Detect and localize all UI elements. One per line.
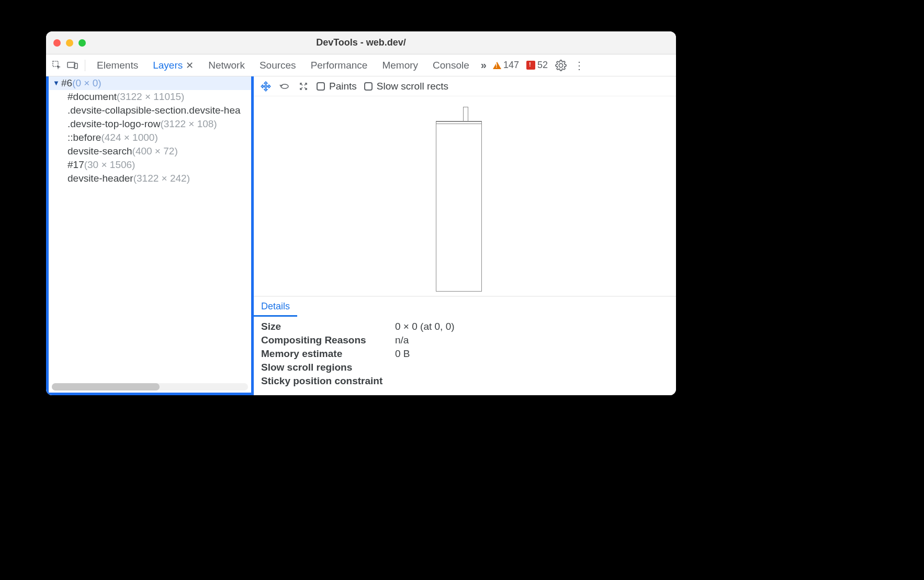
layers-tree[interactable]: ▼ #6 (0 × 0) #document (3122 × 11015) .d…: [49, 76, 251, 383]
tree-row[interactable]: devsite-header (3122 × 242): [49, 172, 251, 185]
tree-item-name: .devsite-collapsible-section.devsite-hea: [67, 104, 241, 117]
layer-rect[interactable]: [436, 121, 482, 124]
tab-memory[interactable]: Memory: [377, 60, 423, 71]
horizontal-scrollbar[interactable]: [52, 383, 248, 391]
layers-viewer-panel: Paints Slow scroll rects Details Size 0 …: [254, 76, 676, 395]
tree-item-name: #17: [67, 158, 84, 172]
rotate-icon[interactable]: [279, 81, 290, 92]
errors-count: 52: [537, 60, 548, 71]
tab-performance[interactable]: Performance: [306, 60, 373, 71]
traffic-lights: [53, 39, 86, 47]
devtools-window: DevTools - web.dev/ Elements Layers ✕ Ne…: [46, 31, 676, 395]
inspect-element-icon[interactable]: [51, 60, 63, 71]
checkbox-icon: [364, 82, 373, 91]
tree-row[interactable]: .devsite-collapsible-section.devsite-hea: [49, 104, 251, 117]
warnings-badge[interactable]: 147: [493, 60, 519, 71]
details-row: Slow scroll regions: [261, 361, 669, 374]
reset-view-icon[interactable]: [298, 81, 309, 92]
devtools-toolbar: Elements Layers ✕ Network Sources Perfor…: [46, 54, 676, 76]
tree-item-name: #6: [61, 76, 72, 90]
details-label: Size: [261, 321, 395, 332]
layers-3d-viewer[interactable]: [254, 96, 676, 296]
slow-scroll-label: Slow scroll rects: [377, 81, 448, 92]
svg-rect-1: [67, 62, 75, 68]
tree-root-row[interactable]: ▼ #6 (0 × 0): [49, 76, 251, 90]
close-window-button[interactable]: [53, 39, 61, 47]
tree-item-name: .devsite-top-logo-row: [67, 117, 160, 131]
minimize-window-button[interactable]: [66, 39, 73, 47]
tree-item-name: devsite-header: [67, 172, 133, 185]
viewer-toolbar: Paints Slow scroll rects: [254, 76, 676, 96]
details-row: Memory estimate 0 B: [261, 347, 669, 361]
details-label: Slow scroll regions: [261, 362, 395, 373]
tree-item-name: #document: [67, 90, 117, 104]
tree-item-dims: (0 × 0): [72, 76, 101, 90]
details-panel: Details Size 0 × 0 (at 0, 0) Compositing…: [254, 296, 676, 395]
paints-checkbox[interactable]: Paints: [317, 81, 357, 92]
layer-rect[interactable]: [436, 121, 482, 292]
window-title: DevTools - web.dev/: [46, 37, 676, 48]
details-tab[interactable]: Details: [254, 297, 297, 317]
tab-layers[interactable]: Layers ✕: [148, 60, 199, 71]
details-grid: Size 0 × 0 (at 0, 0) Compositing Reasons…: [254, 317, 676, 395]
details-label: Compositing Reasons: [261, 334, 395, 346]
details-row: Sticky position constraint: [261, 374, 669, 388]
tree-row[interactable]: #document (3122 × 11015): [49, 90, 251, 104]
tab-elements[interactable]: Elements: [92, 60, 143, 71]
layer-rect[interactable]: [463, 107, 468, 121]
checkbox-icon: [317, 82, 325, 91]
tree-item-dims: (3122 × 11015): [117, 90, 184, 104]
tree-item-dims: (30 × 1506): [84, 158, 136, 172]
tree-item-name: devsite-search: [67, 144, 132, 158]
errors-badge[interactable]: 52: [526, 60, 548, 71]
device-toolbar-icon[interactable]: [67, 60, 78, 71]
divider: [85, 60, 85, 71]
tree-row[interactable]: .devsite-top-logo-row (3122 × 108): [49, 117, 251, 131]
details-value: 0 B: [395, 348, 410, 360]
tree-row[interactable]: devsite-search (400 × 72): [49, 144, 251, 158]
settings-icon[interactable]: [555, 60, 567, 71]
tree-item-dims: (400 × 72): [132, 144, 178, 158]
pan-icon[interactable]: [260, 81, 272, 92]
tree-item-dims: (424 × 1000): [101, 131, 157, 144]
tree-row[interactable]: #17 (30 × 1506): [49, 158, 251, 172]
warning-icon: [493, 62, 501, 69]
tab-layers-label: Layers: [153, 60, 183, 71]
scrollbar-thumb[interactable]: [52, 383, 160, 391]
more-menu-icon[interactable]: ⋮: [571, 59, 588, 72]
tab-console[interactable]: Console: [427, 60, 475, 71]
warnings-count: 147: [503, 60, 519, 71]
more-tabs-button[interactable]: »: [479, 59, 489, 71]
tree-item-dims: (3122 × 242): [133, 172, 190, 185]
paints-label: Paints: [329, 81, 357, 92]
tab-sources[interactable]: Sources: [254, 60, 301, 71]
tree-row[interactable]: ::before (424 × 1000): [49, 131, 251, 144]
tree-item-name: ::before: [67, 131, 101, 144]
tab-network[interactable]: Network: [203, 60, 250, 71]
details-row: Size 0 × 0 (at 0, 0): [261, 320, 669, 333]
layers-tree-panel: ▼ #6 (0 × 0) #document (3122 × 11015) .d…: [46, 76, 254, 395]
details-value: n/a: [395, 334, 409, 346]
slow-scroll-checkbox[interactable]: Slow scroll rects: [364, 81, 448, 92]
main-area: ▼ #6 (0 × 0) #document (3122 × 11015) .d…: [46, 76, 676, 395]
titlebar: DevTools - web.dev/: [46, 31, 676, 54]
details-row: Compositing Reasons n/a: [261, 333, 669, 347]
close-tab-icon[interactable]: ✕: [186, 60, 194, 71]
details-value: 0 × 0 (at 0, 0): [395, 321, 455, 332]
disclosure-triangle-icon[interactable]: ▼: [53, 76, 60, 90]
tree-item-dims: (3122 × 108): [160, 117, 217, 131]
error-icon: [526, 61, 535, 70]
zoom-window-button[interactable]: [78, 39, 86, 47]
details-label: Sticky position constraint: [261, 375, 395, 387]
details-label: Memory estimate: [261, 348, 395, 360]
